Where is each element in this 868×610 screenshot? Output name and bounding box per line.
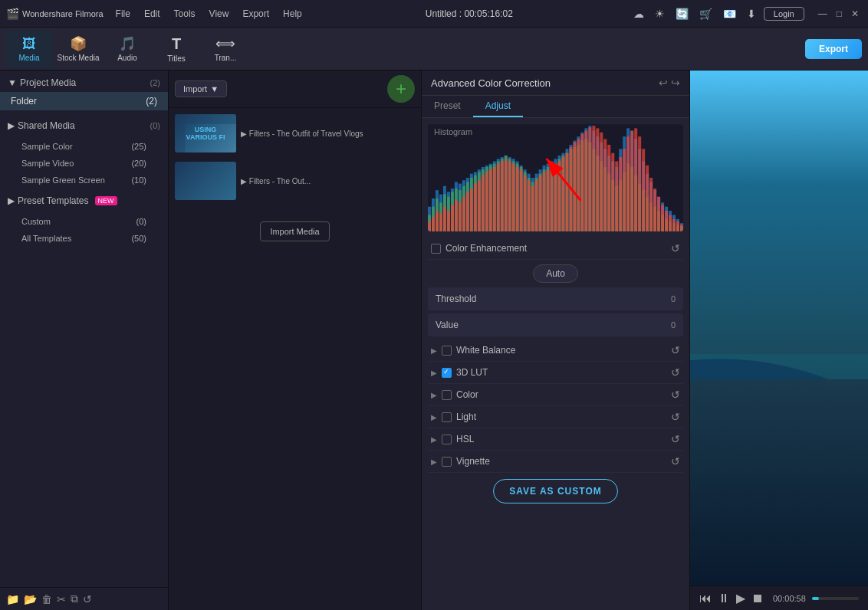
download-icon[interactable]: ⬇ <box>744 6 759 21</box>
pause-button[interactable]: ⏸ <box>718 592 730 605</box>
svg-rect-163 <box>539 175 542 231</box>
project-media-header[interactable]: ▼ Project Media (2) <box>0 74 168 92</box>
white-balance-row[interactable]: ▶ White Balance ↺ <box>428 339 683 362</box>
tool-audio[interactable]: 🎵 Audio <box>104 31 150 67</box>
threshold-value: 0 <box>671 294 676 303</box>
white-balance-reset[interactable]: ↺ <box>671 344 680 356</box>
svg-rect-198 <box>672 219 676 231</box>
audio-icon: 🎵 <box>119 35 136 52</box>
svg-rect-171 <box>569 147 572 231</box>
folder-item[interactable]: Folder (2) <box>0 92 168 110</box>
custom-count: (0) <box>136 217 146 226</box>
all-templates-item[interactable]: All Templates (50) <box>0 230 168 247</box>
panel-icons: ↩ ↪ <box>659 77 680 89</box>
svg-rect-195 <box>661 205 664 231</box>
list-item[interactable]: ▶ Filters - The Out... <box>172 159 418 203</box>
import-button[interactable]: Import ▼ <box>175 80 227 97</box>
sample-color-item[interactable]: Sample Color (25) <box>0 138 168 155</box>
histogram-label: Histogram <box>434 127 472 136</box>
undo-icon[interactable]: ↺ <box>83 593 92 605</box>
light-reset[interactable]: ↺ <box>671 411 680 423</box>
sample-color-count: (25) <box>131 142 146 151</box>
hsl-reset[interactable]: ↺ <box>671 433 680 445</box>
color-enhancement-label[interactable]: Color Enhancement <box>431 243 527 254</box>
minimize-button[interactable]: — <box>815 8 830 19</box>
import-media-button[interactable]: Import Media <box>260 221 329 241</box>
custom-item[interactable]: Custom (0) <box>0 213 168 230</box>
tab-adjust[interactable]: Adjust <box>473 96 523 117</box>
new-folder-icon[interactable]: 📁 <box>6 593 19 605</box>
shared-media-label: Shared Media <box>18 120 75 131</box>
media-thumbnail: USING VARIOUS FI <box>175 114 236 152</box>
menu-view[interactable]: View <box>203 7 235 21</box>
folder-icon[interactable]: 📂 <box>24 593 37 605</box>
menu-file[interactable]: File <box>110 7 136 21</box>
3d-lut-row[interactable]: ▶ 3D LUT ↺ <box>428 362 683 384</box>
threshold-label: Threshold <box>436 294 476 304</box>
sun-icon[interactable]: ☀ <box>652 6 668 21</box>
hsl-row[interactable]: ▶ HSL ↺ <box>428 428 683 451</box>
add-media-button[interactable]: + <box>387 75 415 103</box>
auto-button[interactable]: Auto <box>533 264 578 283</box>
tool-stock-media[interactable]: 📦 Stock Media <box>55 31 101 67</box>
3d-lut-reset[interactable]: ↺ <box>671 366 680 379</box>
close-button[interactable]: ✕ <box>848 8 862 19</box>
shared-media-header[interactable]: ▶ Shared Media (0) <box>0 116 168 135</box>
tab-preset[interactable]: Preset <box>422 96 473 117</box>
tool-titles[interactable]: T Titles <box>153 31 199 67</box>
play-button[interactable]: ▶ <box>736 591 745 605</box>
refresh-icon[interactable]: 🔄 <box>672 6 692 21</box>
redo-panel-icon[interactable]: ↪ <box>671 77 680 89</box>
sample-video-item[interactable]: Sample Video (20) <box>0 155 168 172</box>
color-enhancement-reset[interactable]: ↺ <box>671 242 680 254</box>
logo-icon: 🎬 <box>6 8 19 20</box>
save-as-custom-button[interactable]: SAVE AS CUSTOM <box>493 479 617 503</box>
3d-lut-checkbox[interactable] <box>442 368 452 378</box>
cut-icon[interactable]: ✂ <box>57 593 66 605</box>
stop-button[interactable]: ⏹ <box>751 592 764 605</box>
tool-media-label: Media <box>18 54 39 62</box>
white-balance-checkbox[interactable] <box>442 346 452 356</box>
login-button[interactable]: Login <box>764 7 804 21</box>
copy-icon[interactable]: ⧉ <box>71 592 78 605</box>
cloud-icon[interactable]: ☁ <box>630 6 647 21</box>
light-checkbox[interactable] <box>442 412 452 422</box>
svg-rect-177 <box>592 126 595 231</box>
menu-help[interactable]: Help <box>277 7 308 21</box>
panel-title: Advanced Color Correction ↩ ↪ <box>422 71 689 96</box>
vignette-row[interactable]: ▶ Vignette ↺ <box>428 451 683 473</box>
color-row[interactable]: ▶ Color ↺ <box>428 384 683 406</box>
white-balance-label: White Balance <box>456 345 515 356</box>
cart-icon[interactable]: 🛒 <box>696 6 715 21</box>
maximize-button[interactable]: □ <box>833 8 845 19</box>
svg-rect-184 <box>619 157 622 231</box>
vignette-reset[interactable]: ↺ <box>671 455 680 467</box>
color-enhancement-checkbox[interactable] <box>431 244 441 254</box>
vignette-checkbox[interactable] <box>442 457 452 467</box>
color-label: Color <box>456 389 478 400</box>
svg-rect-149 <box>485 172 488 231</box>
value-label: Value <box>436 320 459 330</box>
preset-templates-header[interactable]: ▶ Preset Templates NEW <box>0 192 168 210</box>
delete-icon[interactable]: 🗑 <box>41 593 52 605</box>
svg-rect-168 <box>557 161 561 231</box>
tool-media[interactable]: 🖼 Media <box>6 31 52 67</box>
light-row[interactable]: ▶ Light ↺ <box>428 406 683 428</box>
menu-tools[interactable]: Tools <box>168 7 202 21</box>
progress-bar[interactable] <box>812 597 859 600</box>
export-button[interactable]: Export <box>805 39 862 59</box>
color-checkbox[interactable] <box>442 390 452 400</box>
svg-rect-169 <box>561 157 564 231</box>
color-reset[interactable]: ↺ <box>671 389 680 401</box>
skip-back-button[interactable]: ⏮ <box>699 592 712 605</box>
menu-edit[interactable]: Edit <box>138 7 166 21</box>
hsl-checkbox[interactable] <box>442 435 452 444</box>
sample-green-item[interactable]: Sample Green Screen (10) <box>0 172 168 189</box>
mail-icon[interactable]: 📧 <box>720 6 739 21</box>
svg-rect-172 <box>573 143 576 231</box>
menu-export[interactable]: Export <box>236 7 275 21</box>
titlebar: 🎬 Wondershare Filmora File Edit Tools Vi… <box>0 0 868 28</box>
list-item[interactable]: USING VARIOUS FI ▶ Filters - The Outfit … <box>172 111 418 156</box>
tool-transitions[interactable]: ⟺ Tran... <box>202 31 248 67</box>
undo-panel-icon[interactable]: ↩ <box>659 77 668 89</box>
